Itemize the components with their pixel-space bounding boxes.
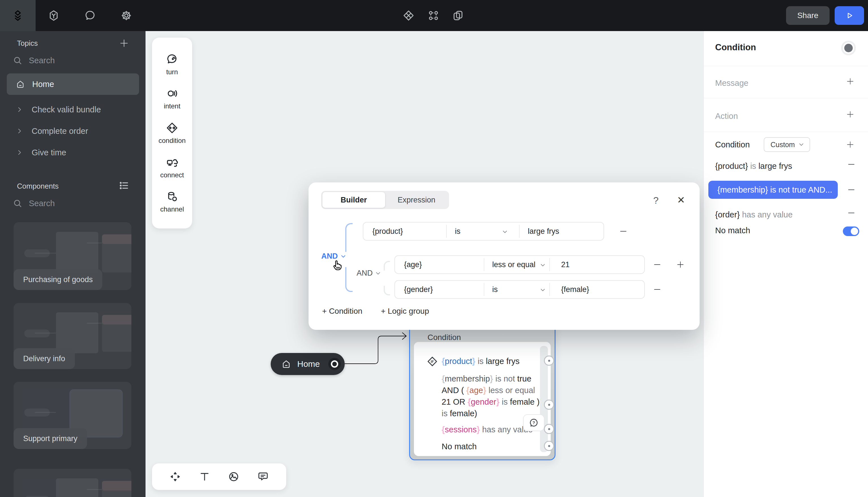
image-tool-icon[interactable]	[228, 471, 240, 483]
port-membership[interactable]	[544, 400, 554, 410]
home-output-port[interactable]	[328, 358, 341, 370]
components-list-view-icon[interactable]	[119, 180, 129, 192]
tab-builder[interactable]: Builder	[322, 192, 385, 208]
condition-variable: {product}	[715, 161, 748, 171]
chevron-down-icon	[540, 262, 546, 268]
toolbar-item-channel[interactable]: channel	[160, 190, 184, 213]
operator-select[interactable]: is	[492, 281, 498, 298]
sidebar-item-give-time[interactable]: Give time	[7, 143, 139, 161]
group-operator-dropdown[interactable]: AND	[356, 269, 381, 278]
settings-gear-icon[interactable]	[116, 0, 137, 31]
tab-expression[interactable]: Expression	[385, 192, 448, 208]
operator-select[interactable]: is	[455, 223, 461, 240]
condition-node-title: Condition	[428, 333, 461, 342]
flow-nav-icon[interactable]	[43, 0, 64, 31]
components-search-input[interactable]	[29, 199, 122, 208]
value-field[interactable]: 21	[561, 256, 570, 273]
remove-condition-2-button[interactable]	[651, 258, 663, 271]
search-icon	[12, 55, 23, 66]
no-match-row[interactable]: No match	[442, 442, 477, 451]
value-field[interactable]: {female}	[561, 281, 589, 298]
sidebar-item-complete-order[interactable]: Complete order	[7, 122, 139, 140]
segment-divider	[549, 283, 550, 296]
add-message-button[interactable]	[844, 75, 856, 87]
remove-condition-product-button[interactable]	[845, 158, 857, 171]
toolbar-item-connect[interactable]: connect	[160, 156, 184, 179]
root-operator-label: AND	[321, 252, 338, 261]
components-search[interactable]	[12, 198, 122, 209]
no-match-help-button[interactable]: ?	[523, 414, 545, 431]
home-icon	[16, 80, 25, 89]
add-action-button[interactable]	[844, 108, 856, 120]
sidebar-item-home[interactable]: Home	[7, 73, 139, 95]
remove-condition-order-button[interactable]	[845, 207, 857, 219]
component-card-partial[interactable]	[14, 469, 131, 497]
turn-icon	[166, 53, 179, 66]
condition-row-sessions[interactable]: {sessions} has any value	[442, 425, 533, 434]
add-topic-button[interactable]	[119, 38, 129, 50]
variable-field[interactable]: {gender}	[404, 281, 433, 298]
condition-value: large frys	[758, 161, 792, 171]
chevron-down-icon	[502, 229, 508, 235]
component-preview	[14, 469, 131, 497]
copy-pages-icon[interactable]: rect{fill:none;stroke:currentColor;strok…	[448, 0, 468, 31]
add-condition-button[interactable]	[844, 138, 856, 151]
topics-search-input[interactable]	[29, 56, 122, 65]
component-card-support[interactable]: Support primary	[14, 382, 131, 449]
variable-field[interactable]: {product}	[373, 223, 403, 240]
remove-condition-3-button[interactable]	[651, 283, 663, 296]
no-match-toggle[interactable]	[843, 226, 859, 236]
entities-grid-icon[interactable]: circle,path{fill:none;stroke:currentColo…	[423, 0, 444, 31]
condition-type-dropdown[interactable]: Custom	[764, 137, 810, 152]
port-product[interactable]	[544, 356, 554, 366]
sidebar-item-check-valid-bundle[interactable]: Check valid bundle	[7, 101, 139, 118]
share-button[interactable]: Share	[786, 6, 829, 25]
add-condition-to-group-button[interactable]	[674, 258, 687, 271]
operator-select[interactable]: less or equal	[492, 256, 535, 273]
node-color-indicator[interactable]	[841, 41, 856, 55]
value-field[interactable]: large frys	[528, 223, 559, 240]
move-tool-icon[interactable]	[169, 471, 181, 483]
component-card-label: Purchasing of goods	[14, 269, 102, 290]
port-no-match[interactable]	[544, 441, 554, 451]
condition-list-item-product[interactable]: {product} is large frys	[715, 161, 792, 171]
add-condition-link[interactable]: + Condition	[322, 307, 362, 316]
modal-close-button[interactable]: ✕	[677, 194, 685, 205]
condition-list-item-membership-selected[interactable]: {membership} is not true AND...	[708, 181, 838, 199]
chevron-right-icon	[16, 106, 23, 113]
component-card-delivery[interactable]: Delivery info	[14, 303, 131, 369]
root-operator-dropdown[interactable]: AND	[321, 252, 346, 261]
port-sessions[interactable]	[544, 424, 554, 434]
condition-list-item-order[interactable]: {order} has any value	[715, 210, 793, 219]
run-button[interactable]	[835, 6, 864, 25]
component-card-purchasing[interactable]: Purchasing of goods	[14, 222, 131, 290]
condition-row-1: {product} is large frys	[363, 222, 604, 241]
text-tool-icon[interactable]	[199, 471, 210, 483]
topics-search[interactable]	[12, 55, 122, 66]
remove-condition-membership-button[interactable]	[845, 184, 857, 196]
condition-row-product[interactable]: {product} is large frys	[442, 357, 520, 366]
add-logic-group-link[interactable]: + Logic group	[381, 307, 429, 316]
toolbar-item-condition[interactable]: condition	[158, 122, 186, 145]
home-icon	[281, 359, 291, 369]
comment-tool-icon[interactable]	[257, 471, 269, 483]
variable-field[interactable]: {age}	[404, 256, 422, 273]
condition-node[interactable]: Condition IF {product} is large frys {me…	[409, 319, 556, 460]
toolbar-item-label: channel	[160, 205, 184, 213]
condition-row-membership-l1[interactable]: {membership} is not true	[442, 374, 531, 383]
app-logo[interactable]	[0, 0, 36, 31]
modal-help-button[interactable]: ?	[653, 195, 659, 206]
app-root: circle,path{fill:none;stroke:currentColo…	[0, 0, 868, 497]
right-panel: Condition Message Action Condition Custo…	[703, 31, 868, 497]
toolbar-item-intent[interactable]: intent	[164, 87, 181, 110]
home-start-node[interactable]: Home	[271, 353, 345, 375]
toolbar-item-turn[interactable]: turn	[166, 53, 179, 76]
prototype-diamond-icon[interactable]	[398, 0, 419, 31]
condition-row-membership-l2: AND ( {age} less or equal	[442, 386, 535, 395]
chat-nav-icon[interactable]	[80, 0, 100, 31]
remove-condition-1-button[interactable]	[617, 225, 630, 238]
channel-icon	[166, 190, 179, 203]
condition-operator: is	[748, 161, 758, 171]
canvas-toolbar	[152, 464, 286, 490]
condition-row-membership-l3: 21 OR {gender} is female )	[442, 397, 540, 407]
